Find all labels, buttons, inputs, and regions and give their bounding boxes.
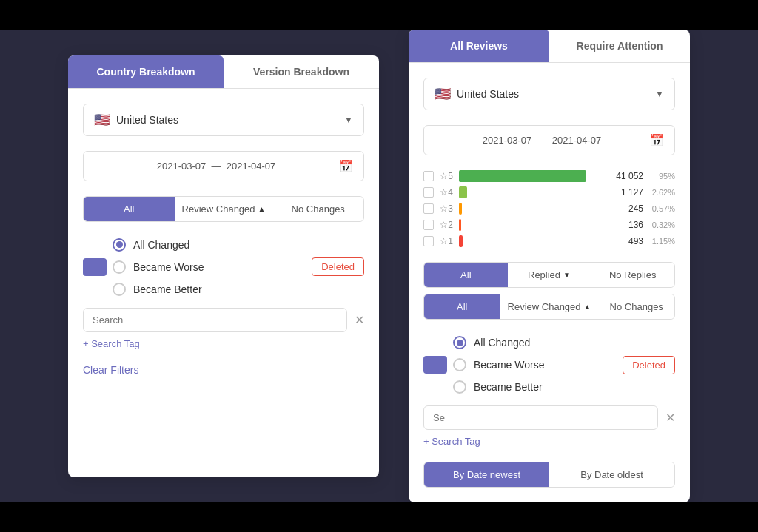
search-row-right: ✕ — [423, 405, 675, 430]
country-name-left: United States — [116, 114, 344, 126]
radio-all-changed-right[interactable]: All Changed — [453, 331, 617, 354]
date-range-text-right: 2021-03-07 — 2021-04-07 — [435, 135, 649, 146]
star-label-4: ☆4 — [440, 187, 453, 198]
bar-container-1 — [459, 235, 593, 247]
radio-label-all-changed-left: All Changed — [133, 239, 190, 251]
color-swatch-left — [83, 258, 107, 276]
star-row-5: ☆5 41 052 95% — [423, 170, 675, 182]
radio-btn-all-changed-left[interactable] — [113, 238, 126, 252]
country-name-right: United States — [457, 88, 655, 100]
radio-btn-all-changed-right[interactable] — [453, 336, 466, 349]
deleted-badge-left[interactable]: Deleted — [312, 257, 364, 276]
bar-count-4: 1 127 — [599, 187, 643, 198]
star-checkbox-4[interactable] — [423, 187, 434, 198]
tab-country-breakdown[interactable]: Country Breakdown — [68, 55, 224, 88]
arrow-up-icon-right: ▲ — [584, 303, 591, 311]
bar-container-3 — [459, 203, 593, 215]
star-row-3: ☆3 245 0.57% — [423, 203, 675, 215]
bar-pct-5: 95% — [649, 172, 675, 181]
date-range-right[interactable]: 2021-03-07 — 2021-04-07 📅 — [423, 125, 675, 155]
radio-group-left: All Changed Became Worse Became Better — [113, 234, 306, 300]
filter-review-changed-left[interactable]: Review Changed ▲ — [175, 197, 273, 221]
radio-became-worse-left[interactable]: Became Worse — [113, 256, 306, 278]
date-range-left[interactable]: 2021-03-07 — 2021-04-07 📅 — [83, 151, 364, 181]
bar-pct-1: 1.15% — [649, 237, 675, 246]
bar-container-5 — [459, 170, 593, 182]
star-checkbox-2[interactable] — [423, 220, 434, 230]
radio-became-better-right[interactable]: Became Better — [453, 376, 617, 398]
right-tab-header: All Reviews Require Attention — [409, 30, 690, 63]
bar-1 — [459, 235, 463, 247]
star-checkbox-1[interactable] — [423, 236, 434, 246]
filter-review-changed-right[interactable]: Review Changed ▲ — [500, 294, 599, 319]
us-flag-right: 🇺🇸 — [435, 86, 451, 102]
radio-btn-became-better-left[interactable] — [113, 283, 126, 296]
tab-all-reviews[interactable]: All Reviews — [409, 30, 549, 62]
close-icon-right[interactable]: ✕ — [665, 411, 675, 425]
close-icon-left[interactable]: ✕ — [355, 313, 364, 327]
radio-became-worse-right[interactable]: Became Worse — [453, 354, 617, 376]
right-card: All Reviews Require Attention 🇺🇸 United … — [409, 30, 690, 502]
bar-2 — [459, 219, 461, 231]
tab-version-breakdown[interactable]: Version Breakdown — [224, 55, 379, 88]
arrow-down-icon-replied: ▼ — [563, 271, 571, 279]
search-input-right[interactable] — [423, 405, 658, 430]
star-row-2: ☆2 136 0.32% — [423, 219, 675, 231]
star-row-1: ☆1 493 1.15% — [423, 235, 675, 247]
radio-label-became-better-right: Became Better — [474, 381, 543, 393]
tab-require-attention[interactable]: Require Attention — [549, 30, 690, 62]
radio-group-right: All Changed Became Worse Became Better — [453, 331, 617, 398]
bar-pct-3: 0.57% — [649, 204, 675, 213]
bar-count-5: 41 052 — [599, 171, 643, 181]
bar-5 — [459, 170, 586, 182]
bar-3 — [459, 203, 462, 215]
filter-no-replies[interactable]: No Replies — [591, 263, 674, 287]
filter-row-left: All Review Changed ▲ No Changes — [83, 196, 364, 222]
chevron-down-icon-right: ▼ — [655, 89, 664, 99]
radio-all-changed-left[interactable]: All Changed — [113, 234, 306, 256]
star-label-3: ☆3 — [440, 203, 453, 214]
calendar-icon-left[interactable]: 📅 — [338, 159, 353, 173]
sort-row: By Date newest By Date oldest — [423, 462, 675, 488]
search-tag-right[interactable]: + Search Tag — [423, 436, 675, 447]
star-label-5: ☆5 — [440, 171, 453, 181]
country-select-left[interactable]: 🇺🇸 United States ▼ — [83, 104, 364, 136]
radio-swatch-row-right: All Changed Became Worse Became Better D… — [423, 331, 675, 398]
radio-swatch-row-left: All Changed Became Worse Became Better D… — [83, 234, 364, 300]
filter-no-changes-right[interactable]: No Changes — [598, 294, 674, 319]
radio-label-all-changed-right: All Changed — [474, 337, 530, 349]
filter-all-left[interactable]: All — [84, 197, 175, 221]
star-checkbox-3[interactable] — [423, 203, 434, 214]
bar-container-4 — [459, 186, 593, 198]
search-tag-left[interactable]: + Search Tag — [83, 338, 364, 349]
clear-filters-left[interactable]: Clear Filters — [83, 364, 364, 376]
radio-btn-became-worse-right[interactable] — [453, 358, 466, 371]
bar-count-1: 493 — [599, 236, 643, 246]
radio-btn-became-better-right[interactable] — [453, 380, 466, 394]
radio-became-better-left[interactable]: Became Better — [113, 278, 306, 300]
filter-replied[interactable]: Replied ▼ — [508, 263, 591, 287]
radio-label-became-better-left: Became Better — [133, 283, 202, 295]
radio-btn-became-worse-left[interactable] — [113, 260, 126, 274]
calendar-icon-right[interactable]: 📅 — [649, 133, 664, 147]
radio-label-became-worse-left: Became Worse — [133, 261, 204, 273]
filter-row-right: All Review Changed ▲ No Changes — [423, 294, 675, 320]
deleted-badge-right[interactable]: Deleted — [623, 356, 675, 374]
us-flag-left: 🇺🇸 — [94, 112, 110, 128]
filter-no-changes-left[interactable]: No Changes — [272, 197, 363, 221]
color-swatch-right — [423, 356, 447, 374]
bar-count-2: 136 — [599, 220, 643, 230]
country-select-right[interactable]: 🇺🇸 United States ▼ — [423, 78, 675, 110]
chevron-down-icon-left: ▼ — [344, 115, 353, 125]
bar-pct-4: 2.62% — [649, 188, 675, 197]
bar-container-2 — [459, 219, 593, 231]
search-input-left[interactable] — [83, 308, 347, 332]
sort-by-date-oldest[interactable]: By Date oldest — [549, 462, 674, 487]
star-checkbox-5[interactable] — [423, 171, 434, 181]
filter-all-right[interactable]: All — [424, 294, 500, 319]
filter-all-replied[interactable]: All — [424, 263, 508, 287]
arrow-up-icon-left: ▲ — [258, 205, 266, 213]
star-row-4: ☆4 1 127 2.62% — [423, 186, 675, 198]
date-range-text-left: 2021-03-07 — 2021-04-07 — [94, 161, 338, 172]
sort-by-date-newest[interactable]: By Date newest — [424, 462, 549, 487]
